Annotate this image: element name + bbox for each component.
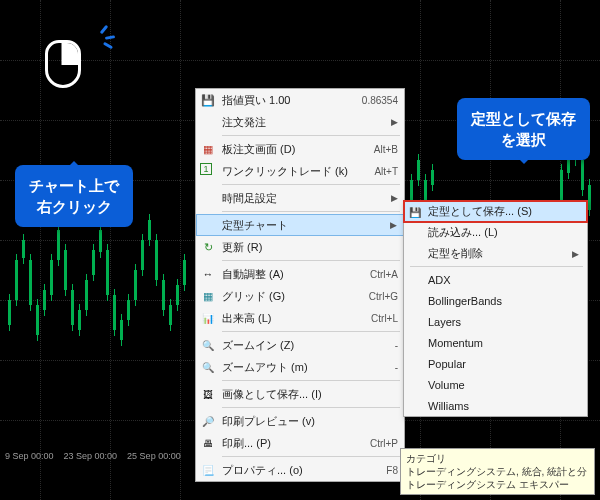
menu-item-order[interactable]: 注文発注 ▶ bbox=[196, 111, 404, 133]
menu-label: 定型チャート bbox=[222, 218, 386, 233]
tooltip-line: トレーディングシステム, 統合, 統計と分 bbox=[406, 465, 589, 478]
menu-separator bbox=[222, 211, 400, 212]
submenu-item-layers[interactable]: Layers bbox=[404, 311, 587, 332]
menu-label: グリッド (G) bbox=[222, 289, 369, 304]
menu-label: ワンクリックトレード (k) bbox=[222, 164, 374, 179]
menu-item-properties[interactable]: 📃 プロパティ... (o) F8 bbox=[196, 459, 404, 481]
context-menu: 💾 指値買い 1.00 0.86354 注文発注 ▶ ▦ 板注文画面 (D) A… bbox=[195, 88, 405, 482]
menu-label: 時間足設定 bbox=[222, 191, 387, 206]
menu-shortcut: Alt+B bbox=[374, 144, 398, 155]
refresh-icon: ↻ bbox=[200, 239, 216, 255]
menu-shortcut: Ctrl+A bbox=[370, 269, 398, 280]
submenu-item-adx[interactable]: ADX bbox=[404, 269, 587, 290]
annotation-bubble-right: 定型として保存 を選択 bbox=[457, 98, 590, 160]
submenu-label: 読み込み... (L) bbox=[428, 225, 579, 240]
menu-item-refresh[interactable]: ↻ 更新 (R) bbox=[196, 236, 404, 258]
chevron-right-icon: ▶ bbox=[390, 220, 397, 230]
annotation-bubble-left: チャート上で 右クリック bbox=[15, 165, 133, 227]
menu-label: 出来高 (L) bbox=[222, 311, 371, 326]
menu-separator bbox=[222, 260, 400, 261]
menu-item-template[interactable]: 定型チャート ▶ bbox=[196, 214, 404, 236]
menu-item-depth[interactable]: ▦ 板注文画面 (D) Alt+B bbox=[196, 138, 404, 160]
annotation-text: 右クリック bbox=[29, 196, 119, 217]
menu-label: 更新 (R) bbox=[222, 240, 398, 255]
zoom-in-icon: 🔍 bbox=[200, 337, 216, 353]
date-label: 23 Sep 00:00 bbox=[64, 451, 118, 465]
submenu-item-volume[interactable]: Volume bbox=[404, 374, 587, 395]
print-icon: 🖶 bbox=[200, 435, 216, 451]
submenu-item-williams[interactable]: Williams bbox=[404, 395, 587, 416]
menu-shortcut: - bbox=[395, 362, 398, 373]
save-icon: 💾 bbox=[200, 92, 216, 108]
zoom-out-icon: 🔍 bbox=[200, 359, 216, 375]
menu-label: 印刷プレビュー (v) bbox=[222, 414, 398, 429]
chevron-right-icon: ▶ bbox=[391, 193, 398, 203]
submenu-label: Williams bbox=[428, 400, 579, 412]
menu-item-zoomin[interactable]: 🔍 ズームイン (Z) - bbox=[196, 334, 404, 356]
oneclick-icon: 1 bbox=[200, 163, 212, 175]
menu-shortcut: Ctrl+L bbox=[371, 313, 398, 324]
menu-label: 画像として保存... (I) bbox=[222, 387, 398, 402]
date-label: 25 Sep 00:00 bbox=[127, 451, 181, 465]
submenu-label: 定型として保存... (S) bbox=[428, 204, 579, 219]
menu-shortcut: Alt+T bbox=[374, 166, 398, 177]
menu-label: 注文発注 bbox=[222, 115, 387, 130]
submenu-label: Momentum bbox=[428, 337, 579, 349]
annotation-text: 定型として保存 bbox=[471, 108, 576, 129]
menu-shortcut: Ctrl+P bbox=[370, 438, 398, 449]
floppy-icon: 💾 bbox=[407, 204, 423, 220]
menu-label: プロパティ... (o) bbox=[222, 463, 386, 478]
submenu-label: Popular bbox=[428, 358, 579, 370]
menu-item-zoomout[interactable]: 🔍 ズームアウト (m) - bbox=[196, 356, 404, 378]
menu-item-timeframe[interactable]: 時間足設定 ▶ bbox=[196, 187, 404, 209]
submenu-label: Layers bbox=[428, 316, 579, 328]
image-icon: 🖼 bbox=[200, 386, 216, 402]
tooltip: カテゴリ トレーディングシステム, 統合, 統計と分 トレーディングシステム エ… bbox=[400, 448, 595, 495]
print-preview-icon: 🔎 bbox=[200, 413, 216, 429]
submenu-item-load[interactable]: 読み込み... (L) bbox=[404, 222, 587, 243]
mouse-rightclick-icon bbox=[45, 40, 93, 100]
submenu-item-save-template[interactable]: 💾 定型として保存... (S) bbox=[404, 201, 587, 222]
menu-separator bbox=[222, 135, 400, 136]
menu-item-limit-buy[interactable]: 💾 指値買い 1.00 0.86354 bbox=[196, 89, 404, 111]
menu-separator bbox=[410, 266, 583, 267]
submenu-item-popular[interactable]: Popular bbox=[404, 353, 587, 374]
menu-separator bbox=[222, 380, 400, 381]
grid-icon: ▦ bbox=[200, 288, 216, 304]
volume-icon: 📊 bbox=[200, 310, 216, 326]
menu-label: 印刷... (P) bbox=[222, 436, 370, 451]
menu-separator bbox=[222, 456, 400, 457]
annotation-text: チャート上で bbox=[29, 175, 119, 196]
menu-separator bbox=[222, 184, 400, 185]
menu-item-print[interactable]: 🖶 印刷... (P) Ctrl+P bbox=[196, 432, 404, 454]
submenu-item-momentum[interactable]: Momentum bbox=[404, 332, 587, 353]
submenu-label: BollingerBands bbox=[428, 295, 579, 307]
chevron-right-icon: ▶ bbox=[572, 249, 579, 259]
menu-label: 自動調整 (A) bbox=[222, 267, 370, 282]
date-label: 9 Sep 00:00 bbox=[5, 451, 54, 465]
menu-item-saveimage[interactable]: 🖼 画像として保存... (I) bbox=[196, 383, 404, 405]
depth-icon: ▦ bbox=[200, 141, 216, 157]
submenu-item-bollinger[interactable]: BollingerBands bbox=[404, 290, 587, 311]
menu-item-volume[interactable]: 📊 出来高 (L) Ctrl+L bbox=[196, 307, 404, 329]
tooltip-line: トレーディングシステム エキスパー bbox=[406, 478, 589, 491]
menu-shortcut: F8 bbox=[386, 465, 398, 476]
menu-label: 指値買い 1.00 bbox=[222, 93, 362, 108]
menu-label: 板注文画面 (D) bbox=[222, 142, 374, 157]
autoscroll-icon: ↔ bbox=[200, 266, 216, 282]
menu-label: ズームアウト (m) bbox=[222, 360, 395, 375]
menu-item-oneclick[interactable]: 1 ワンクリックトレード (k) Alt+T bbox=[196, 160, 404, 182]
menu-shortcut: Ctrl+G bbox=[369, 291, 398, 302]
chevron-right-icon: ▶ bbox=[391, 117, 398, 127]
properties-icon: 📃 bbox=[200, 462, 216, 478]
menu-label: ズームイン (Z) bbox=[222, 338, 395, 353]
menu-separator bbox=[222, 331, 400, 332]
submenu-item-delete[interactable]: 定型を削除 ▶ bbox=[404, 243, 587, 264]
submenu-label: Volume bbox=[428, 379, 579, 391]
submenu-label: ADX bbox=[428, 274, 579, 286]
menu-item-grid[interactable]: ▦ グリッド (G) Ctrl+G bbox=[196, 285, 404, 307]
menu-separator bbox=[222, 407, 400, 408]
annotation-text: を選択 bbox=[471, 129, 576, 150]
menu-item-printpreview[interactable]: 🔎 印刷プレビュー (v) bbox=[196, 410, 404, 432]
menu-item-autoscroll[interactable]: ↔ 自動調整 (A) Ctrl+A bbox=[196, 263, 404, 285]
